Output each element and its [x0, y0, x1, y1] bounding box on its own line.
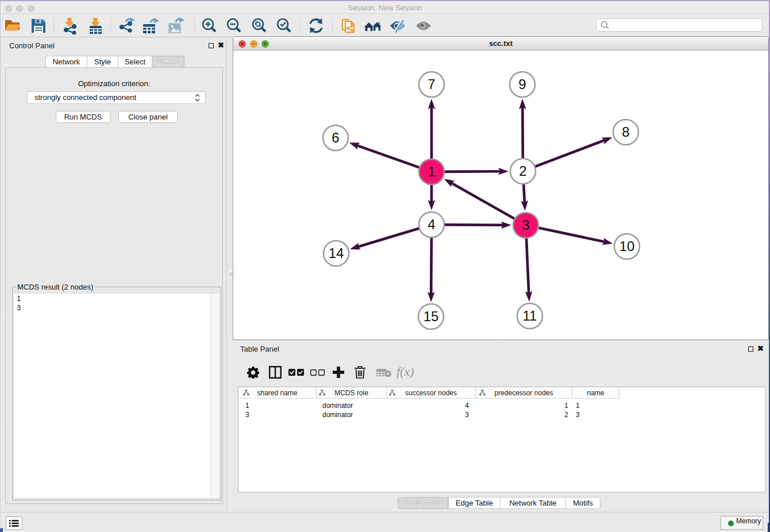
svg-text:9: 9	[518, 76, 526, 92]
svg-text:7: 7	[428, 76, 435, 92]
svg-text:8: 8	[622, 124, 629, 140]
svg-text:4: 4	[428, 217, 435, 232]
svg-text:2: 2	[519, 163, 526, 179]
svg-text:3: 3	[522, 217, 529, 233]
svg-text:14: 14	[329, 245, 344, 261]
svg-text:11: 11	[523, 308, 537, 323]
svg-text:6: 6	[332, 130, 339, 145]
svg-text:10: 10	[619, 238, 635, 254]
svg-text:15: 15	[424, 309, 439, 324]
svg-text:1: 1	[428, 164, 435, 179]
